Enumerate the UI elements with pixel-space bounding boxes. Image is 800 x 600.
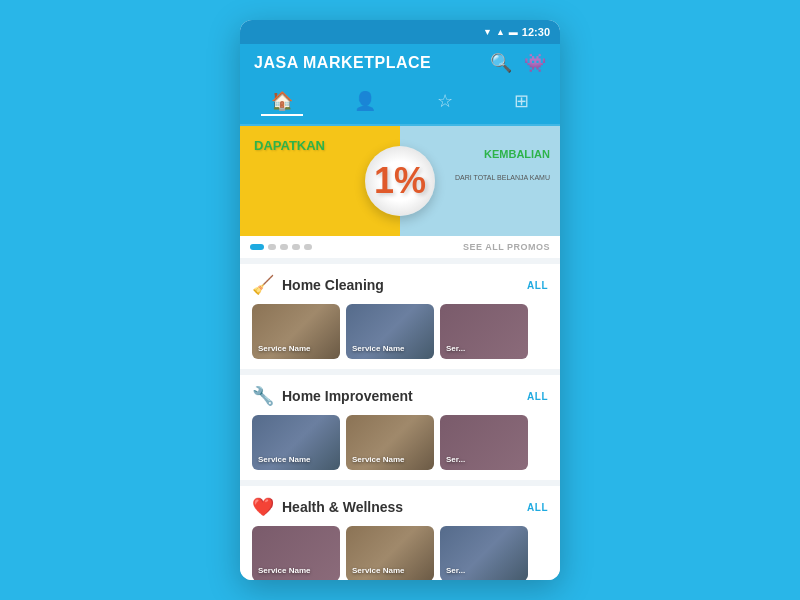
dot-3[interactable] bbox=[280, 244, 288, 250]
promo-footer: SEE ALL PROMOS bbox=[240, 236, 560, 258]
user-avatar-icon[interactable]: 👾 bbox=[524, 52, 546, 74]
promo-text-kembalian: KEMBALIAN bbox=[484, 148, 550, 160]
section-health-wellness: ❤️ Health & Wellness ALL Service Name Se… bbox=[240, 486, 560, 580]
improvement-icon: 🔧 bbox=[252, 385, 274, 407]
improvement-card-3-label: Ser... bbox=[446, 455, 465, 464]
cleaning-card-1[interactable]: Service Name bbox=[252, 304, 340, 359]
section-header-improvement: 🔧 Home Improvement ALL bbox=[252, 385, 548, 407]
section-left-health: ❤️ Health & Wellness bbox=[252, 496, 403, 518]
section-home-cleaning: 🧹 Home Cleaning ALL Service Name Service… bbox=[240, 264, 560, 369]
improvement-cards: Service Name Service Name Ser... bbox=[252, 415, 548, 470]
status-bar: ▼ ▲ ▬ 12:30 bbox=[240, 20, 560, 44]
improvement-title: Home Improvement bbox=[282, 388, 413, 404]
cleaning-title: Home Cleaning bbox=[282, 277, 384, 293]
see-all-promos[interactable]: SEE ALL PROMOS bbox=[463, 242, 550, 252]
section-header-cleaning: 🧹 Home Cleaning ALL bbox=[252, 274, 548, 296]
tab-favorites[interactable]: ☆ bbox=[427, 88, 463, 116]
tab-profile[interactable]: 👤 bbox=[344, 88, 386, 116]
health-card-2-label: Service Name bbox=[352, 566, 404, 575]
cleaning-all-button[interactable]: ALL bbox=[527, 280, 548, 291]
health-cards: Service Name Service Name Ser... bbox=[252, 526, 548, 580]
signal-icon: ▲ bbox=[496, 27, 505, 37]
section-left-cleaning: 🧹 Home Cleaning bbox=[252, 274, 384, 296]
health-card-1-label: Service Name bbox=[258, 566, 310, 575]
status-time: 12:30 bbox=[522, 26, 550, 38]
battery-icon: ▬ bbox=[509, 27, 518, 37]
dot-4[interactable] bbox=[292, 244, 300, 250]
dot-5[interactable] bbox=[304, 244, 312, 250]
app-title: JASA MARKETPLACE bbox=[254, 54, 431, 72]
health-title: Health & Wellness bbox=[282, 499, 403, 515]
phone-frame: ▼ ▲ ▬ 12:30 JASA MARKETPLACE 🔍 👾 🏠 👤 ☆ ⊞… bbox=[240, 20, 560, 580]
improvement-card-2[interactable]: Service Name bbox=[346, 415, 434, 470]
cleaning-icon: 🧹 bbox=[252, 274, 274, 296]
health-card-2[interactable]: Service Name bbox=[346, 526, 434, 580]
health-card-3[interactable]: Ser... bbox=[440, 526, 528, 580]
promo-text-dari: DARI TOTAL BELANJA KAMU bbox=[455, 174, 550, 181]
tab-layers[interactable]: ⊞ bbox=[504, 88, 539, 116]
cleaning-card-2[interactable]: Service Name bbox=[346, 304, 434, 359]
improvement-card-1[interactable]: Service Name bbox=[252, 415, 340, 470]
section-home-improvement: 🔧 Home Improvement ALL Service Name Serv… bbox=[240, 375, 560, 480]
cleaning-cards: Service Name Service Name Ser... bbox=[252, 304, 548, 359]
main-content: DAPATKAN KEMBALIAN DARI TOTAL BELANJA KA… bbox=[240, 126, 560, 580]
cleaning-card-1-label: Service Name bbox=[258, 344, 310, 353]
improvement-all-button[interactable]: ALL bbox=[527, 391, 548, 402]
improvement-card-2-label: Service Name bbox=[352, 455, 404, 464]
cleaning-card-3-label: Ser... bbox=[446, 344, 465, 353]
improvement-card-1-label: Service Name bbox=[258, 455, 310, 464]
section-header-health: ❤️ Health & Wellness ALL bbox=[252, 496, 548, 518]
cleaning-card-3[interactable]: Ser... bbox=[440, 304, 528, 359]
wifi-icon: ▼ bbox=[483, 27, 492, 37]
search-icon[interactable]: 🔍 bbox=[490, 52, 512, 74]
health-icon: ❤️ bbox=[252, 496, 274, 518]
promo-dots bbox=[250, 244, 312, 250]
promo-banner[interactable]: DAPATKAN KEMBALIAN DARI TOTAL BELANJA KA… bbox=[240, 126, 560, 236]
health-card-3-label: Ser... bbox=[446, 566, 465, 575]
tab-home[interactable]: 🏠 bbox=[261, 88, 303, 116]
header: JASA MARKETPLACE 🔍 👾 bbox=[240, 44, 560, 82]
header-actions: 🔍 👾 bbox=[490, 52, 546, 74]
health-card-1[interactable]: Service Name bbox=[252, 526, 340, 580]
nav-tabs: 🏠 👤 ☆ ⊞ bbox=[240, 82, 560, 126]
improvement-card-3[interactable]: Ser... bbox=[440, 415, 528, 470]
cleaning-card-2-label: Service Name bbox=[352, 344, 404, 353]
section-left-improvement: 🔧 Home Improvement bbox=[252, 385, 413, 407]
dot-1[interactable] bbox=[250, 244, 264, 250]
health-all-button[interactable]: ALL bbox=[527, 502, 548, 513]
dot-2[interactable] bbox=[268, 244, 276, 250]
promo-percent: 1% bbox=[374, 160, 426, 202]
promo-text-dapatkan: DAPATKAN bbox=[254, 138, 325, 153]
status-icons: ▼ ▲ ▬ 12:30 bbox=[483, 26, 550, 38]
